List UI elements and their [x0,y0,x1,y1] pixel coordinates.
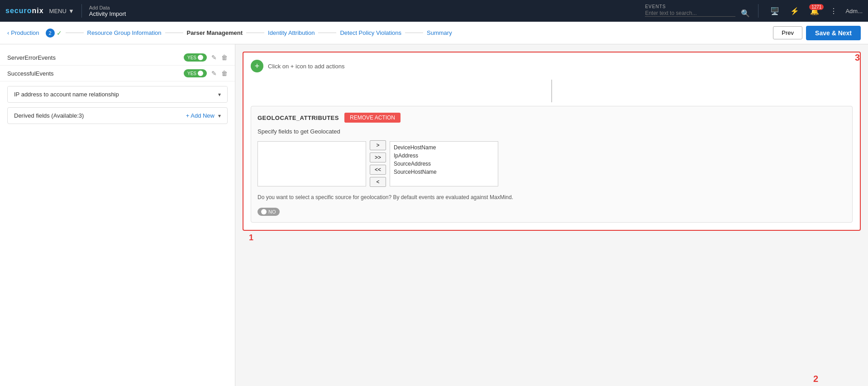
save-next-button[interactable]: Save & Next [806,26,861,40]
tab-summary[interactable]: Summary [427,29,452,36]
step-bar: ‹ Production 2 ✓ Resource Group Informat… [0,22,868,44]
transfer-buttons: > >> << < [370,140,386,187]
tab-resource-group[interactable]: Resource Group Information [87,29,162,36]
transfer-list-right[interactable]: DeviceHostName IpAddress SourceAddress S… [390,141,498,186]
list-item[interactable]: SourceHostName [392,168,496,176]
step-check-icon: ✓ [57,29,62,37]
derived-accordion-title: Derived fields (Available:3) [14,112,186,119]
admin-menu[interactable]: Adm... [845,8,863,14]
add-new-button[interactable]: + Add New [186,112,215,119]
menu-button[interactable]: MENU ▼ [49,8,74,14]
events-input-row: 🔍 [645,9,753,18]
geolocate-card: GEOLOCATE_ATTRIBUTES REMOVE ACTION Speci… [251,106,853,223]
add-action-text: Click on + icon to add actions [268,63,344,70]
left-panel: ServerErrorEvents YES ✎ 🗑 SuccessfulEven… [0,44,235,386]
step-divider-2 [165,33,183,33]
transfer-left-all-button[interactable]: << [370,165,386,175]
transfer-list-left[interactable] [258,141,366,186]
ip-accordion-header[interactable]: IP address to account name relationship … [8,86,227,102]
events-search: EVENTS 🔍 [645,4,758,18]
toggle-server-error[interactable]: YES [184,53,207,62]
edit-server-error-icon[interactable]: ✎ [211,54,217,61]
geolocate-title: GEOLOCATE_ATTRIBUTES [258,114,339,121]
tab-detect-policy[interactable]: Detect Policy Violations [340,29,401,36]
toggle-no-circle [261,209,267,214]
logo: securonix [5,7,44,15]
search-icon[interactable]: 🔍 [738,9,753,18]
transfer-row: > >> << < DeviceHostName IpAddress Sourc… [258,140,846,187]
ip-accordion: IP address to account name relationship … [7,86,228,103]
list-item[interactable]: DeviceHostName [392,143,496,152]
add-action-row: + Click on + icon to add actions [251,60,853,72]
transfer-right-all-button[interactable]: >> [370,152,386,162]
top-nav: securonix MENU ▼ Add Data Activity Impor… [0,0,868,22]
toggle-circle [198,55,203,60]
toggle-successful[interactable]: YES [184,69,207,77]
tab-parser-management[interactable]: Parser Management [187,29,243,36]
search-input[interactable] [645,10,735,17]
add-monitor-icon[interactable]: 🖥️ [768,7,782,15]
event-name-server-error: ServerErrorEvents [7,54,179,61]
event-row-successful: SuccessfulEvents YES ✎ 🗑 [0,66,235,81]
prev-button[interactable]: Prev [773,26,802,39]
add-data-block: Add Data Activity Import [89,5,126,17]
step-divider-5 [405,33,423,33]
main-layout: ServerErrorEvents YES ✎ 🗑 SuccessfulEven… [0,44,868,386]
event-name-successful: SuccessfulEvents [7,70,179,77]
event-row-server-error: ServerErrorEvents YES ✎ 🗑 [0,50,235,66]
power-icon[interactable]: ⚡ [787,7,802,15]
more-icon[interactable]: ⋮ [827,7,840,15]
tab-identity-attribution[interactable]: Identity Attribution [268,29,315,36]
step-divider-3 [246,33,264,33]
transfer-left-one-button[interactable]: < [370,177,386,187]
step-badge: 2 [46,29,55,38]
step-divider-4 [318,33,336,33]
geo-source-text: Do you want to select a specific source … [258,194,846,200]
edit-successful-icon[interactable]: ✎ [211,70,217,77]
step-divider-1 [66,33,84,33]
add-action-button[interactable]: + [251,60,263,72]
ip-accordion-chevron-icon: ▾ [218,91,221,98]
nav-divider [81,4,82,18]
list-item[interactable]: IpAddress [392,152,496,160]
ip-accordion-title: IP address to account name relationship [14,91,218,98]
derived-chevron-icon: ▾ [218,113,221,119]
list-item[interactable]: SourceAddress [392,160,496,168]
right-panel: + Click on + icon to add actions GEOLOCA… [235,44,868,386]
notification-wrapper[interactable]: 🔔 1271 [807,7,822,15]
red-number-2: 2 [813,374,818,384]
connector-line [551,80,552,102]
remove-action-button[interactable]: REMOVE ACTION [344,113,401,123]
delete-server-error-icon[interactable]: 🗑 [221,54,228,61]
geolocate-box: + Click on + icon to add actions GEOLOCA… [243,52,861,231]
delete-successful-icon[interactable]: 🗑 [221,70,228,77]
toggle-circle-2 [198,71,203,76]
derived-accordion-header[interactable]: Derived fields (Available:3) + Add New ▾ [8,108,227,124]
back-link[interactable]: ‹ Production [7,29,39,36]
red-number-3: 3 [855,52,860,63]
transfer-right-one-button[interactable]: > [370,140,386,150]
geolocate-header: GEOLOCATE_ATTRIBUTES REMOVE ACTION [258,113,846,123]
red-number-1: 1 [249,233,253,243]
toggle-no-button[interactable]: NO [258,208,280,216]
derived-accordion: Derived fields (Available:3) + Add New ▾ [7,107,228,124]
specify-label: Specify fields to get Geolocated [258,128,846,135]
